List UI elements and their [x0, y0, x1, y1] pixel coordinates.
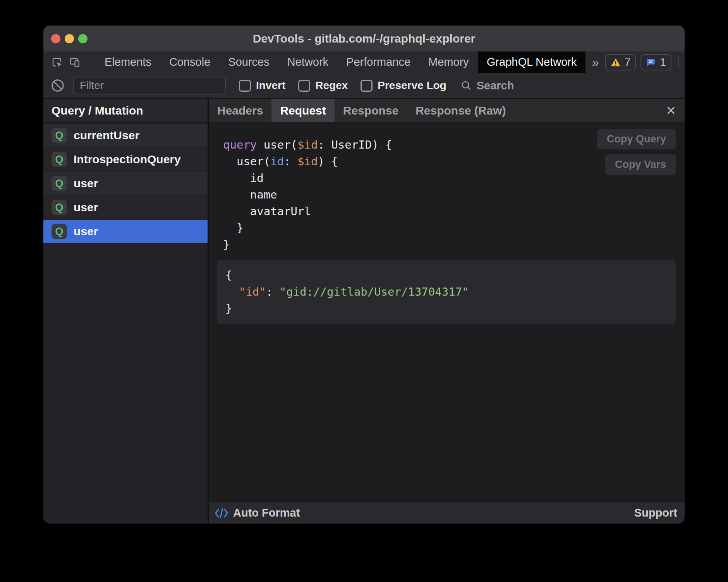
request-row-introspectionquery[interactable]: Q IntrospectionQuery — [43, 148, 208, 171]
request-row-label: currentUser — [74, 129, 139, 142]
tab-response[interactable]: Response — [335, 99, 407, 122]
device-toolbar-icon[interactable] — [69, 56, 81, 69]
fullscreen-window-button[interactable] — [78, 34, 88, 43]
search-control[interactable]: Search — [460, 79, 514, 92]
issue-count: 1 — [660, 56, 666, 68]
devtools-tabs: Elements Console Sources Network Perform… — [96, 51, 605, 73]
more-tabs-chevron-icon[interactable]: » — [585, 51, 605, 73]
invert-checkbox[interactable]: Invert — [239, 79, 285, 92]
warning-count: 7 — [625, 56, 631, 68]
filter-input[interactable] — [73, 77, 226, 94]
regex-checkbox-box[interactable] — [298, 80, 310, 92]
auto-format-label: Auto Format — [233, 507, 300, 519]
devtools-toolbar: Elements Console Sources Network Perform… — [43, 51, 685, 73]
query-type-icon: Q — [52, 200, 67, 215]
request-list-header: Query / Mutation — [43, 99, 208, 123]
clear-requests-icon[interactable] — [51, 79, 65, 92]
tab-request[interactable]: Request — [271, 99, 334, 122]
tab-graphql-network[interactable]: GraphQL Network — [478, 51, 586, 73]
devtools-window: DevTools - gitlab.com/-/graphql-explorer… — [43, 26, 685, 524]
variables-json-code: { "id": "gid://gitlab/User/13704317"} — [225, 267, 676, 317]
request-list-panel: Query / Mutation Q currentUser Q Introsp… — [43, 99, 208, 524]
request-row-label: user — [74, 225, 98, 238]
titlebar: DevTools - gitlab.com/-/graphql-explorer — [43, 26, 685, 51]
tab-headers[interactable]: Headers — [209, 99, 271, 122]
inspect-element-icon[interactable] — [51, 56, 63, 69]
invert-checkbox-label: Invert — [256, 79, 285, 92]
graphql-query-code: query user($id: UserID) { user(id: $id) … — [223, 137, 392, 253]
regex-checkbox[interactable]: Regex — [298, 79, 348, 92]
close-window-button[interactable] — [51, 34, 60, 43]
tab-console[interactable]: Console — [160, 51, 219, 73]
search-label: Search — [477, 79, 514, 92]
copy-vars-button[interactable]: Copy Vars — [605, 154, 676, 175]
warnings-badge[interactable]: 7 — [605, 54, 636, 70]
issue-message-icon — [646, 57, 656, 67]
search-icon — [460, 80, 472, 91]
detail-tabs: Headers Request Response Response (Raw) … — [209, 99, 685, 122]
request-content: query user($id: UserID) { user(id: $id) … — [209, 122, 685, 502]
query-type-icon: Q — [52, 224, 67, 239]
request-detail-panel: Headers Request Response Response (Raw) … — [209, 99, 685, 524]
tab-sources[interactable]: Sources — [219, 51, 278, 73]
request-row-user-selected[interactable]: Q user — [43, 220, 208, 243]
tab-response-raw[interactable]: Response (Raw) — [407, 99, 514, 122]
request-row-label: user — [74, 201, 98, 214]
main-area: Query / Mutation Q currentUser Q Introsp… — [43, 99, 685, 524]
detail-footer: Auto Format Support — [209, 502, 685, 524]
invert-checkbox-box[interactable] — [239, 80, 251, 92]
query-type-icon: Q — [52, 176, 67, 191]
minimize-window-button[interactable] — [65, 34, 74, 43]
tab-network[interactable]: Network — [278, 51, 337, 73]
window-title: DevTools - gitlab.com/-/graphql-explorer — [43, 32, 685, 45]
preserve-log-checkbox-box[interactable] — [361, 80, 373, 92]
copy-query-button[interactable]: Copy Query — [597, 129, 676, 149]
query-type-icon: Q — [52, 152, 67, 167]
copy-buttons: Copy Query Copy Vars — [597, 129, 676, 175]
toolbar-divider-2 — [678, 56, 679, 68]
tab-performance[interactable]: Performance — [337, 51, 419, 73]
toolbar-right-group: 7 1 ⚙ — [605, 54, 685, 70]
issues-badge[interactable]: 1 — [640, 54, 671, 70]
traffic-lights — [51, 26, 88, 51]
support-link[interactable]: Support — [634, 507, 679, 519]
close-icon[interactable]: ✕ — [666, 104, 676, 117]
request-row-currentuser[interactable]: Q currentUser — [43, 124, 208, 147]
preserve-log-checkbox-label: Preserve Log — [378, 79, 446, 92]
warning-icon — [611, 58, 621, 67]
tab-memory[interactable]: Memory — [419, 51, 478, 73]
request-row-user-1[interactable]: Q user — [43, 172, 208, 195]
code-brackets-icon — [215, 507, 228, 519]
request-list: Q currentUser Q IntrospectionQuery Q use… — [43, 123, 208, 244]
settings-gear-icon[interactable]: ⚙ — [684, 55, 685, 70]
query-type-icon: Q — [52, 128, 67, 143]
request-row-label: IntrospectionQuery — [74, 153, 181, 166]
request-row-label: user — [74, 177, 98, 190]
variables-box: { "id": "gid://gitlab/User/13704317"} — [217, 260, 676, 324]
regex-checkbox-label: Regex — [315, 79, 348, 92]
tab-elements[interactable]: Elements — [96, 51, 160, 73]
auto-format-button[interactable]: Auto Format — [215, 507, 300, 519]
preserve-log-checkbox[interactable]: Preserve Log — [361, 79, 446, 92]
request-row-user-2[interactable]: Q user — [43, 196, 208, 219]
filter-bar: Invert Regex Preserve Log Search — [43, 73, 685, 99]
